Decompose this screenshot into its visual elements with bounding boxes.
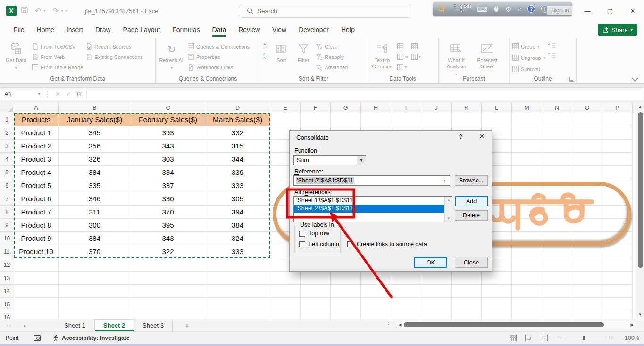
page-layout-view-icon[interactable]	[525, 335, 532, 341]
column-header-A[interactable]: A	[14, 103, 59, 113]
cell-C10[interactable]: 343	[131, 232, 205, 245]
cell-A2[interactable]: Product 1	[14, 126, 59, 140]
column-header-N[interactable]: N	[542, 103, 572, 113]
cell-P13[interactable]	[602, 272, 633, 285]
cell-C4[interactable]: 303	[131, 153, 205, 166]
cell-N1[interactable]	[542, 113, 572, 126]
cell-M5[interactable]	[512, 166, 542, 179]
cell-M9[interactable]	[512, 219, 542, 232]
cell-O6[interactable]	[572, 179, 602, 192]
row-number-7[interactable]: 7	[0, 192, 14, 206]
help-icon[interactable]: ?	[527, 5, 535, 13]
existing-connections-button[interactable]: Existing Connections	[86, 53, 143, 61]
cell-K15[interactable]	[452, 298, 482, 311]
cell-D8[interactable]: 394	[205, 206, 270, 219]
add-button[interactable]: Add	[455, 196, 488, 206]
collapse-ribbon-icon[interactable]	[632, 75, 638, 82]
menu-tab-home[interactable]: Home	[31, 23, 60, 37]
sheet-nav-right-icon[interactable]: ›	[16, 322, 32, 329]
cell-O10[interactable]	[572, 232, 602, 245]
cell-G1[interactable]	[331, 113, 361, 126]
cell-C13[interactable]	[131, 272, 205, 285]
cell-O4[interactable]	[572, 153, 602, 166]
cell-P4[interactable]	[602, 153, 633, 166]
cell-B10[interactable]: 384	[59, 232, 131, 245]
cell-B5[interactable]: 384	[59, 166, 131, 179]
cell-H16[interactable]	[361, 311, 391, 319]
cell-P8[interactable]	[602, 206, 633, 219]
scroll-up-icon[interactable]: ▲	[638, 105, 642, 109]
cell-O16[interactable]	[572, 311, 602, 319]
cell-B7[interactable]: 346	[59, 192, 131, 206]
cell-P10[interactable]	[602, 232, 633, 245]
ungroup-button[interactable]: Ungroup▾	[512, 54, 545, 62]
cell-H1[interactable]	[361, 113, 391, 126]
cell-O8[interactable]	[572, 206, 602, 219]
cell-B13[interactable]	[59, 272, 131, 285]
cell-A15[interactable]	[14, 298, 59, 311]
cell-P5[interactable]	[602, 166, 633, 179]
cell-B14[interactable]	[59, 285, 131, 298]
cell-K13[interactable]	[452, 272, 482, 285]
cell-M8[interactable]	[512, 206, 542, 219]
cell-C2[interactable]: 393	[131, 126, 205, 140]
undo-chevron-icon[interactable]: ▾	[43, 8, 46, 13]
cell-M16[interactable]	[512, 311, 542, 319]
cell-O9[interactable]	[572, 219, 602, 232]
column-header-J[interactable]: J	[421, 103, 452, 113]
cell-B15[interactable]	[59, 298, 131, 311]
cancel-entry-icon[interactable]: ✕	[55, 91, 60, 98]
cell-E13[interactable]	[270, 272, 301, 285]
cell-H14[interactable]	[361, 285, 391, 298]
recent-sources-button[interactable]: Recent Sources	[86, 42, 143, 50]
row-number-13[interactable]: 13	[0, 272, 14, 285]
cell-A5[interactable]: Product 4	[14, 166, 59, 179]
cell-G13[interactable]	[331, 272, 361, 285]
tab-strip-resize-handle[interactable]: ⋮	[386, 321, 389, 324]
cell-N5[interactable]	[542, 166, 572, 179]
from-table-range-button[interactable]: From Table/Range	[32, 63, 83, 71]
cell-F1[interactable]	[301, 113, 331, 126]
cell-P9[interactable]	[602, 219, 633, 232]
cell-A16[interactable]	[14, 311, 59, 319]
row-number-9[interactable]: 9	[0, 219, 14, 232]
cell-A11[interactable]: Product 10	[14, 245, 59, 258]
from-web-button[interactable]: From Web	[32, 53, 83, 61]
cell-J16[interactable]	[421, 311, 452, 319]
redo-icon[interactable]: ↷	[52, 7, 59, 16]
ok-button[interactable]: OK	[414, 257, 447, 268]
vertical-scrollbar-thumb[interactable]	[638, 112, 643, 268]
sort-button[interactable]: ZAAZ Sort	[272, 41, 291, 64]
cell-E15[interactable]	[270, 298, 301, 311]
cell-G15[interactable]	[331, 298, 361, 311]
cell-M3[interactable]	[512, 140, 542, 153]
cell-P7[interactable]	[602, 192, 633, 206]
cell-N6[interactable]	[542, 179, 572, 192]
zoom-slider-thumb[interactable]	[583, 336, 585, 340]
cell-N12[interactable]	[542, 258, 572, 272]
search-box[interactable]: Search	[241, 4, 410, 18]
cell-L13[interactable]	[482, 272, 512, 285]
cell-M7[interactable]	[512, 192, 542, 206]
reference-item-1[interactable]: 'Sheet 2'!$A$1:$D$11	[294, 205, 444, 213]
cell-B8[interactable]: 311	[59, 206, 131, 219]
minimize-button[interactable]: —	[576, 0, 599, 22]
cell-A7[interactable]: Product 6	[14, 192, 59, 206]
cell-N14[interactable]	[542, 285, 572, 298]
scroll-down-icon[interactable]: ▼	[638, 313, 642, 317]
reference-input[interactable]: 'Sheet 2'!$A$1:$D$11	[293, 175, 441, 186]
cell-L15[interactable]	[482, 298, 512, 311]
cell-N10[interactable]	[542, 232, 572, 245]
column-header-P[interactable]: P	[602, 103, 633, 113]
cell-P16[interactable]	[602, 311, 633, 319]
top-row-checkbox-box[interactable]	[299, 231, 305, 237]
cell-M4[interactable]	[512, 153, 542, 166]
cell-A3[interactable]: Product 2	[14, 140, 59, 153]
row-number-8[interactable]: 8	[0, 206, 14, 219]
cell-I1[interactable]	[391, 113, 421, 126]
cell-O11[interactable]	[572, 245, 602, 258]
cell-F16[interactable]	[301, 311, 331, 319]
row-number-14[interactable]: 14	[0, 285, 14, 298]
row-number-5[interactable]: 5	[0, 166, 14, 179]
cell-C9[interactable]: 395	[131, 219, 205, 232]
